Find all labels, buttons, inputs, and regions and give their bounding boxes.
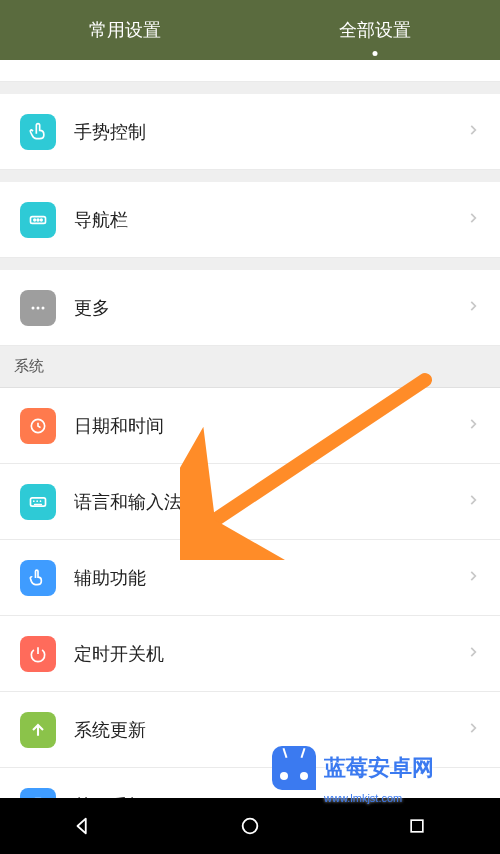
row-date-time[interactable]: 日期和时间 <box>0 388 500 464</box>
watermark-text: 蓝莓安卓网 <box>324 753 434 783</box>
nav-home-button[interactable] <box>220 806 280 846</box>
chevron-right-icon <box>466 493 480 511</box>
hand-icon <box>20 560 56 596</box>
watermark-url: www.lmkjst.com <box>324 792 402 804</box>
chevron-right-icon <box>466 721 480 739</box>
row-language-input[interactable]: 语言和输入法 <box>0 464 500 540</box>
clock-icon <box>20 408 56 444</box>
svg-point-3 <box>41 219 43 221</box>
row-label: 定时开关机 <box>74 642 164 666</box>
row-label: 系统更新 <box>74 718 146 742</box>
tab-all-settings[interactable]: 全部设置 <box>319 10 431 50</box>
section-gap <box>0 82 500 94</box>
power-icon <box>20 636 56 672</box>
nav-back-button[interactable] <box>53 806 113 846</box>
row-label: 语言和输入法 <box>74 490 182 514</box>
section-gap <box>0 258 500 270</box>
row-left: 辅助功能 <box>20 560 146 596</box>
row-navigation-bar[interactable]: 导航栏 <box>0 182 500 258</box>
row-label: 辅助功能 <box>74 566 146 590</box>
chevron-right-icon <box>466 123 480 141</box>
row-left: 日期和时间 <box>20 408 164 444</box>
svg-point-4 <box>32 306 35 309</box>
partial-previous-row <box>0 60 500 82</box>
svg-point-1 <box>34 219 36 221</box>
android-nav-bar <box>0 798 500 854</box>
row-scheduled-power[interactable]: 定时开关机 <box>0 616 500 692</box>
tab-common-settings[interactable]: 常用设置 <box>69 10 181 50</box>
watermark: 蓝莓安卓网 www.lmkjst.com <box>272 746 492 790</box>
row-left: 更多 <box>20 290 110 326</box>
row-gesture-control[interactable]: 手势控制 <box>0 94 500 170</box>
row-more[interactable]: 更多 <box>0 270 500 346</box>
svg-point-2 <box>37 219 39 221</box>
chevron-right-icon <box>466 211 480 229</box>
chevron-right-icon <box>466 417 480 435</box>
nav-recent-button[interactable] <box>387 806 447 846</box>
row-label: 更多 <box>74 296 110 320</box>
section-title: 系统 <box>14 357 44 376</box>
chevron-right-icon <box>466 645 480 663</box>
tab-label: 常用设置 <box>89 20 161 40</box>
top-tabs: 常用设置 全部设置 <box>0 0 500 60</box>
row-left: 导航栏 <box>20 202 128 238</box>
row-left: 系统更新 <box>20 712 146 748</box>
row-left: 语言和输入法 <box>20 484 182 520</box>
touch-icon <box>20 114 56 150</box>
settings-list: 手势控制 导航栏 更多 <box>0 94 500 346</box>
section-header-system: 系统 <box>0 346 500 388</box>
row-label: 手势控制 <box>74 120 146 144</box>
arrow-up-icon <box>20 712 56 748</box>
section-gap <box>0 170 500 182</box>
navbar-icon <box>20 202 56 238</box>
svg-point-11 <box>243 819 258 834</box>
watermark-logo-icon <box>272 746 316 790</box>
chevron-right-icon <box>466 569 480 587</box>
chevron-right-icon <box>466 299 480 317</box>
svg-point-6 <box>42 306 45 309</box>
row-label: 日期和时间 <box>74 414 164 438</box>
row-accessibility[interactable]: 辅助功能 <box>0 540 500 616</box>
row-left: 定时开关机 <box>20 636 164 672</box>
row-label: 导航栏 <box>74 208 128 232</box>
tab-label: 全部设置 <box>339 20 411 40</box>
svg-point-5 <box>37 306 40 309</box>
more-icon <box>20 290 56 326</box>
row-left: 手势控制 <box>20 114 146 150</box>
svg-rect-12 <box>411 820 423 832</box>
keyboard-icon <box>20 484 56 520</box>
